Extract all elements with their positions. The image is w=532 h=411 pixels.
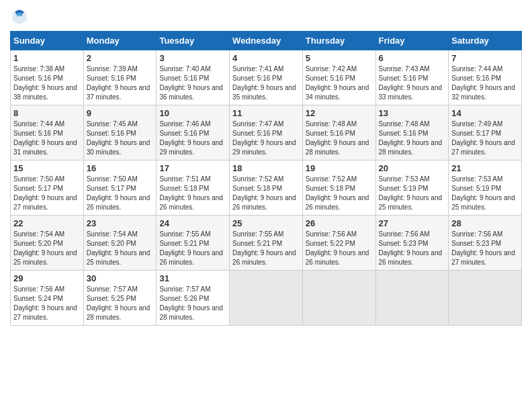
day-cell: 25 Sunrise: 7:55 AMSunset: 5:21 PMDaylig… — [230, 216, 303, 271]
day-info: Sunrise: 7:54 AMSunset: 5:20 PMDaylight:… — [13, 230, 77, 266]
day-cell: 11 Sunrise: 7:47 AMSunset: 5:16 PMDaylig… — [230, 105, 303, 161]
day-number: 28 — [451, 218, 519, 228]
day-info: Sunrise: 7:56 AMSunset: 5:24 PMDaylight:… — [13, 285, 77, 321]
day-cell: 7 Sunrise: 7:44 AMSunset: 5:16 PMDayligh… — [449, 50, 522, 105]
day-info: Sunrise: 7:53 AMSunset: 5:19 PMDaylight:… — [379, 175, 443, 211]
day-cell: 19 Sunrise: 7:52 AMSunset: 5:18 PMDaylig… — [302, 161, 375, 216]
day-cell: 23 Sunrise: 7:54 AMSunset: 5:20 PMDaylig… — [83, 216, 157, 271]
day-cell: 24 Sunrise: 7:55 AMSunset: 5:21 PMDaylig… — [157, 216, 230, 271]
day-number: 30 — [87, 273, 154, 283]
day-number: 29 — [13, 273, 81, 283]
day-cell: 30 Sunrise: 7:57 AMSunset: 5:25 PMDaylig… — [83, 271, 157, 326]
day-number: 18 — [232, 163, 300, 173]
header-cell-friday: Friday — [375, 32, 449, 50]
day-number: 24 — [159, 218, 226, 228]
day-number: 15 — [13, 163, 81, 173]
logo-icon — [10, 7, 29, 26]
day-cell: 9 Sunrise: 7:45 AMSunset: 5:16 PMDayligh… — [83, 105, 157, 161]
day-number: 2 — [87, 53, 154, 63]
day-info: Sunrise: 7:48 AMSunset: 5:16 PMDaylight:… — [379, 120, 443, 156]
day-number: 9 — [87, 108, 154, 118]
week-row-2: 8 Sunrise: 7:44 AMSunset: 5:16 PMDayligh… — [11, 105, 522, 161]
header — [10, 7, 522, 26]
day-cell: 16 Sunrise: 7:50 AMSunset: 5:17 PMDaylig… — [83, 161, 157, 216]
day-info: Sunrise: 7:50 AMSunset: 5:17 PMDaylight:… — [87, 175, 150, 211]
day-number: 10 — [159, 108, 226, 118]
day-cell — [230, 271, 303, 326]
day-cell: 12 Sunrise: 7:48 AMSunset: 5:16 PMDaylig… — [302, 105, 375, 161]
day-info: Sunrise: 7:44 AMSunset: 5:16 PMDaylight:… — [13, 120, 77, 156]
day-info: Sunrise: 7:57 AMSunset: 5:26 PMDaylight:… — [159, 285, 223, 321]
day-info: Sunrise: 7:51 AMSunset: 5:18 PMDaylight:… — [159, 175, 223, 211]
day-cell: 15 Sunrise: 7:50 AMSunset: 5:17 PMDaylig… — [11, 161, 84, 216]
day-info: Sunrise: 7:56 AMSunset: 5:23 PMDaylight:… — [379, 230, 443, 266]
day-number: 23 — [87, 218, 154, 228]
day-number: 13 — [379, 108, 446, 118]
day-number: 19 — [306, 163, 373, 173]
day-info: Sunrise: 7:39 AMSunset: 5:16 PMDaylight:… — [87, 65, 150, 101]
day-info: Sunrise: 7:55 AMSunset: 5:21 PMDaylight:… — [159, 230, 223, 266]
header-cell-sunday: Sunday — [11, 32, 84, 50]
day-cell: 17 Sunrise: 7:51 AMSunset: 5:18 PMDaylig… — [157, 161, 230, 216]
day-info: Sunrise: 7:52 AMSunset: 5:18 PMDaylight:… — [306, 175, 369, 211]
day-number: 25 — [232, 218, 300, 228]
day-info: Sunrise: 7:47 AMSunset: 5:16 PMDaylight:… — [232, 120, 296, 156]
day-number: 26 — [306, 218, 373, 228]
day-cell: 29 Sunrise: 7:56 AMSunset: 5:24 PMDaylig… — [11, 271, 84, 326]
day-number: 8 — [13, 108, 81, 118]
day-number: 5 — [306, 53, 373, 63]
header-cell-monday: Monday — [83, 32, 157, 50]
header-cell-thursday: Thursday — [302, 32, 375, 50]
day-info: Sunrise: 7:41 AMSunset: 5:16 PMDaylight:… — [232, 65, 296, 101]
day-info: Sunrise: 7:50 AMSunset: 5:17 PMDaylight:… — [13, 175, 77, 211]
day-number: 16 — [87, 163, 154, 173]
day-number: 27 — [379, 218, 446, 228]
day-number: 7 — [451, 53, 519, 63]
day-cell — [375, 271, 449, 326]
day-number: 21 — [451, 163, 519, 173]
day-cell — [302, 271, 375, 326]
day-cell: 3 Sunrise: 7:40 AMSunset: 5:16 PMDayligh… — [157, 50, 230, 105]
day-cell: 20 Sunrise: 7:53 AMSunset: 5:19 PMDaylig… — [375, 161, 449, 216]
day-cell: 22 Sunrise: 7:54 AMSunset: 5:20 PMDaylig… — [11, 216, 84, 271]
day-info: Sunrise: 7:42 AMSunset: 5:16 PMDaylight:… — [306, 65, 369, 101]
header-cell-wednesday: Wednesday — [230, 32, 303, 50]
week-row-1: 1 Sunrise: 7:38 AMSunset: 5:16 PMDayligh… — [11, 50, 522, 105]
week-row-5: 29 Sunrise: 7:56 AMSunset: 5:24 PMDaylig… — [11, 271, 522, 326]
day-number: 12 — [306, 108, 373, 118]
day-number: 6 — [379, 53, 446, 63]
day-number: 3 — [159, 53, 226, 63]
day-info: Sunrise: 7:38 AMSunset: 5:16 PMDaylight:… — [13, 65, 77, 101]
day-cell: 28 Sunrise: 7:56 AMSunset: 5:23 PMDaylig… — [449, 216, 522, 271]
day-cell: 10 Sunrise: 7:46 AMSunset: 5:16 PMDaylig… — [157, 105, 230, 161]
header-row: SundayMondayTuesdayWednesdayThursdayFrid… — [11, 32, 522, 50]
day-cell: 6 Sunrise: 7:43 AMSunset: 5:16 PMDayligh… — [375, 50, 449, 105]
day-number: 4 — [232, 53, 300, 63]
day-info: Sunrise: 7:54 AMSunset: 5:20 PMDaylight:… — [87, 230, 150, 266]
day-cell: 31 Sunrise: 7:57 AMSunset: 5:26 PMDaylig… — [157, 271, 230, 326]
day-number: 22 — [13, 218, 81, 228]
day-cell — [449, 271, 522, 326]
day-number: 11 — [232, 108, 300, 118]
day-info: Sunrise: 7:46 AMSunset: 5:16 PMDaylight:… — [159, 120, 223, 156]
day-cell: 8 Sunrise: 7:44 AMSunset: 5:16 PMDayligh… — [11, 105, 84, 161]
day-cell: 2 Sunrise: 7:39 AMSunset: 5:16 PMDayligh… — [83, 50, 157, 105]
day-info: Sunrise: 7:55 AMSunset: 5:21 PMDaylight:… — [232, 230, 296, 266]
day-info: Sunrise: 7:45 AMSunset: 5:16 PMDaylight:… — [87, 120, 150, 156]
day-info: Sunrise: 7:52 AMSunset: 5:18 PMDaylight:… — [232, 175, 296, 211]
day-number: 31 — [159, 273, 226, 283]
day-cell: 14 Sunrise: 7:49 AMSunset: 5:17 PMDaylig… — [449, 105, 522, 161]
day-info: Sunrise: 7:49 AMSunset: 5:17 PMDaylight:… — [451, 120, 515, 156]
day-info: Sunrise: 7:56 AMSunset: 5:23 PMDaylight:… — [451, 230, 515, 266]
day-cell: 4 Sunrise: 7:41 AMSunset: 5:16 PMDayligh… — [230, 50, 303, 105]
header-cell-saturday: Saturday — [449, 32, 522, 50]
day-cell: 5 Sunrise: 7:42 AMSunset: 5:16 PMDayligh… — [302, 50, 375, 105]
day-cell: 1 Sunrise: 7:38 AMSunset: 5:16 PMDayligh… — [11, 50, 84, 105]
day-number: 20 — [379, 163, 446, 173]
day-cell: 21 Sunrise: 7:53 AMSunset: 5:19 PMDaylig… — [449, 161, 522, 216]
logo — [10, 7, 32, 26]
week-row-3: 15 Sunrise: 7:50 AMSunset: 5:17 PMDaylig… — [11, 161, 522, 216]
day-info: Sunrise: 7:48 AMSunset: 5:16 PMDaylight:… — [306, 120, 369, 156]
day-number: 1 — [13, 53, 81, 63]
week-row-4: 22 Sunrise: 7:54 AMSunset: 5:20 PMDaylig… — [11, 216, 522, 271]
